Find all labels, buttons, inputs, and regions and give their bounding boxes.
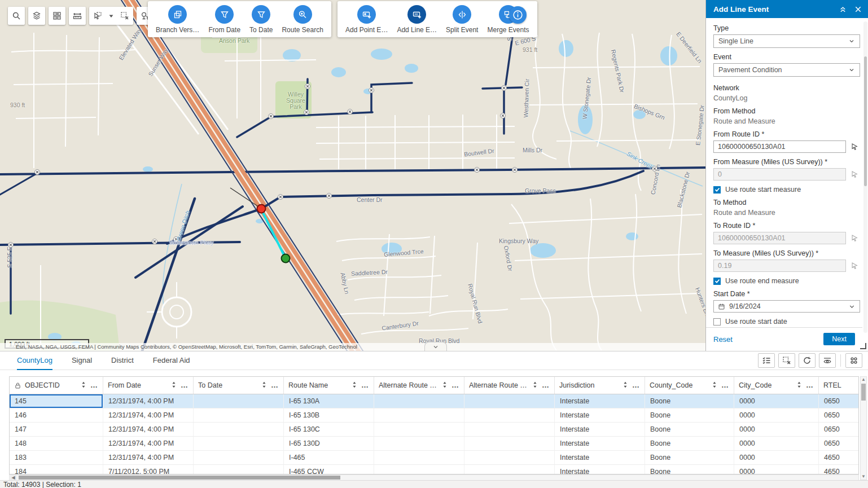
- cell-alt2[interactable]: [464, 423, 555, 436]
- table-row[interactable]: 14712/31/1974, 4:00 PMI-65 130CInterstat…: [10, 423, 858, 437]
- column-menu-icon[interactable]: …: [181, 383, 188, 388]
- cell-objectid[interactable]: 146: [10, 408, 103, 422]
- cell-alt2[interactable]: [464, 451, 555, 464]
- table-vertical-scrollbar[interactable]: ▲▼: [860, 376, 867, 480]
- caret-down-icon[interactable]: [107, 11, 116, 20]
- column-header-objectid[interactable]: OBJECTID…: [10, 377, 103, 394]
- cell-alt2[interactable]: [464, 408, 555, 422]
- column-header-from_date[interactable]: From Date…: [103, 377, 194, 394]
- cell-alt1[interactable]: [374, 394, 464, 408]
- cell-rtel[interactable]: 0650: [819, 394, 859, 408]
- column-header-alt2[interactable]: Alternate Route ……: [464, 377, 555, 394]
- tab-signal[interactable]: Signal: [72, 351, 92, 370]
- column-header-alt1[interactable]: Alternate Route ……: [374, 377, 464, 394]
- cell-objectid[interactable]: 147: [10, 423, 103, 436]
- pick-to-measure-button[interactable]: [849, 260, 860, 271]
- tab-countylog[interactable]: CountyLog: [17, 351, 52, 370]
- column-header-route_name[interactable]: Route Name…: [284, 377, 374, 394]
- cell-alt1[interactable]: [374, 451, 464, 464]
- sort-icon[interactable]: [796, 381, 802, 390]
- cell-rtel[interactable]: 0650: [819, 408, 859, 422]
- table-row[interactable]: 14512/31/1974, 4:00 PMI-65 130AInterstat…: [10, 394, 858, 408]
- to-route-id-input[interactable]: [713, 232, 846, 244]
- info-button[interactable]: [509, 6, 527, 24]
- cell-rtel[interactable]: 4650: [819, 451, 859, 464]
- from-route-id-input[interactable]: [713, 140, 846, 153]
- cell-objectid[interactable]: 184: [10, 465, 103, 474]
- panel-scrollbar[interactable]: [863, 21, 867, 333]
- column-menu-icon[interactable]: …: [632, 383, 640, 388]
- cell-county_code[interactable]: Boone: [645, 408, 734, 422]
- cell-city_code[interactable]: 0000: [734, 423, 819, 436]
- use-route-end-measure-checkbox[interactable]: Use route end measure: [713, 277, 860, 285]
- cell-alt2[interactable]: [464, 394, 555, 408]
- cell-route_name[interactable]: I-65 130C: [284, 423, 374, 436]
- column-header-city_code[interactable]: City_Code…: [734, 377, 819, 394]
- cell-rtel[interactable]: 0650: [819, 437, 859, 450]
- cell-route_name[interactable]: I-65 130D: [284, 437, 374, 450]
- cell-jurisdiction[interactable]: Interstate: [555, 437, 645, 450]
- use-route-start-measure-checkbox[interactable]: Use route start measure: [713, 186, 860, 194]
- sort-icon[interactable]: [442, 381, 448, 390]
- cell-to_date[interactable]: [194, 423, 284, 436]
- column-header-rtel[interactable]: RTEL: [819, 377, 859, 394]
- cell-county_code[interactable]: Boone: [645, 465, 734, 474]
- pick-from-route-button[interactable]: [849, 141, 860, 152]
- collapse-panel-icon[interactable]: [839, 5, 847, 14]
- column-header-to_date[interactable]: To Date…: [194, 377, 284, 394]
- cell-route_name[interactable]: I-465 CCW: [284, 465, 374, 474]
- cell-jurisdiction[interactable]: Interstate: [555, 394, 645, 408]
- sort-icon[interactable]: [712, 381, 717, 390]
- cell-jurisdiction[interactable]: Interstate: [555, 465, 645, 474]
- column-menu-icon[interactable]: …: [90, 383, 98, 388]
- column-menu-icon[interactable]: …: [361, 383, 369, 388]
- cell-from_date[interactable]: 12/31/1974, 4:00 PM: [103, 394, 194, 408]
- add-point-e-button[interactable]: Add Point E…: [345, 5, 388, 34]
- cell-county_code[interactable]: Boone: [645, 437, 734, 450]
- cell-rtel[interactable]: 4650: [819, 465, 859, 474]
- panel-resize-handle[interactable]: [860, 343, 866, 349]
- cell-alt2[interactable]: [464, 437, 555, 450]
- table-row[interactable]: 14812/31/1974, 4:00 PMI-65 130DInterstat…: [10, 437, 858, 451]
- cell-city_code[interactable]: 0000: [734, 394, 819, 408]
- map-view[interactable]: Elevated WaySunset WayAnson ParkWilley S…: [0, 0, 705, 351]
- column-header-jurisdiction[interactable]: Jurisdiction…: [555, 377, 645, 394]
- column-header-county_code[interactable]: County_Code…: [645, 377, 734, 394]
- cell-from_date[interactable]: 12/31/1974, 4:00 PM: [103, 451, 194, 464]
- type-select[interactable]: Single Line: [713, 34, 860, 48]
- measure-icon[interactable]: [73, 11, 82, 20]
- sort-icon[interactable]: [352, 381, 357, 390]
- cell-city_code[interactable]: 0000: [734, 437, 819, 450]
- select-pointer-icon[interactable]: [93, 11, 102, 20]
- cell-alt1[interactable]: [374, 408, 464, 422]
- cell-city_code[interactable]: 0000: [734, 451, 819, 464]
- cell-from_date[interactable]: 12/31/1974, 4:00 PM: [103, 437, 194, 450]
- route-search-button[interactable]: Route Search: [282, 5, 323, 34]
- branch-vers-button[interactable]: Branch Vers…: [156, 5, 199, 34]
- column-menu-icon[interactable]: …: [721, 383, 729, 388]
- cell-city_code[interactable]: 0000: [734, 465, 819, 474]
- cell-from_date[interactable]: 7/11/2012, 5:00 PM: [103, 465, 194, 474]
- column-menu-icon[interactable]: …: [451, 383, 459, 388]
- cell-objectid[interactable]: 148: [10, 437, 103, 450]
- cell-jurisdiction[interactable]: Interstate: [555, 408, 645, 422]
- column-menu-icon[interactable]: …: [542, 383, 550, 388]
- pick-to-route-button[interactable]: [849, 232, 860, 244]
- column-menu-icon[interactable]: …: [271, 383, 279, 388]
- cell-alt1[interactable]: [374, 423, 464, 436]
- cell-to_date[interactable]: [194, 408, 284, 422]
- table-row[interactable]: 1847/11/2012, 5:00 PMI-465 CCWInterstate…: [10, 465, 858, 474]
- to-date-button[interactable]: To Date: [249, 5, 273, 34]
- show-selected-button[interactable]: [758, 353, 775, 368]
- cell-jurisdiction[interactable]: Interstate: [555, 423, 645, 436]
- cell-objectid[interactable]: 183: [10, 451, 103, 464]
- cell-to_date[interactable]: [194, 451, 284, 464]
- clear-selection-button[interactable]: [778, 353, 795, 368]
- cell-county_code[interactable]: Boone: [645, 423, 734, 436]
- cell-county_code[interactable]: Boone: [645, 451, 734, 464]
- cell-alt1[interactable]: [374, 465, 464, 474]
- basemap-grid-icon[interactable]: [52, 11, 62, 20]
- sort-icon[interactable]: [622, 381, 628, 390]
- cell-to_date[interactable]: [194, 465, 284, 474]
- column-menu-icon[interactable]: …: [806, 383, 814, 388]
